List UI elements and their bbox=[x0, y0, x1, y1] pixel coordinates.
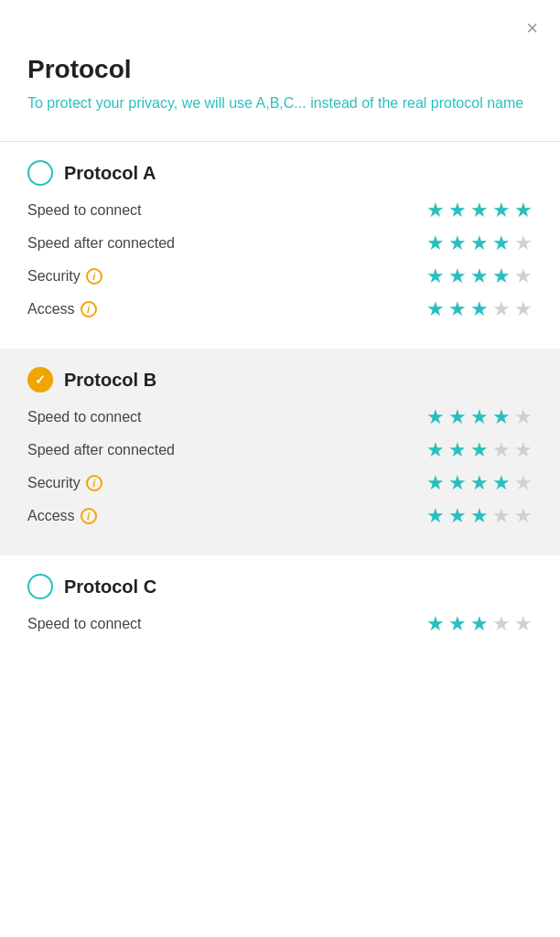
star-filled: ★ bbox=[470, 232, 489, 255]
star-filled: ★ bbox=[426, 232, 445, 255]
star-filled: ★ bbox=[470, 471, 489, 495]
metric-label-text: Speed to connect bbox=[27, 409, 142, 425]
page-title: Protocol bbox=[27, 55, 533, 84]
metric-label-text: Access bbox=[27, 508, 75, 524]
star-filled: ★ bbox=[470, 297, 489, 321]
stars-container: ★★★★★ bbox=[426, 504, 533, 528]
metric-label-text: Speed to connect bbox=[27, 616, 142, 632]
star-filled: ★ bbox=[448, 405, 467, 429]
protocol-name-b: Protocol B bbox=[64, 370, 156, 391]
stars-container: ★★★★★ bbox=[426, 297, 533, 321]
star-filled: ★ bbox=[448, 264, 467, 288]
star-filled: ★ bbox=[448, 612, 467, 636]
metric-label: Securityi bbox=[27, 268, 102, 285]
star-filled: ★ bbox=[514, 199, 533, 222]
star-filled: ★ bbox=[426, 438, 445, 462]
header: Protocol To protect your privacy, we wil… bbox=[0, 0, 560, 132]
star-filled: ★ bbox=[470, 438, 489, 462]
protocol-section-b: Protocol BSpeed to connect★★★★★Speed aft… bbox=[0, 349, 560, 555]
star-filled: ★ bbox=[426, 264, 445, 288]
info-icon[interactable]: i bbox=[81, 301, 97, 318]
metric-label-text: Speed after connected bbox=[27, 442, 175, 458]
metric-label: Securityi bbox=[27, 475, 102, 491]
subtitle-text: To protect your privacy, we will use A,B… bbox=[27, 93, 533, 113]
metric-row: Speed to connect★★★★★ bbox=[27, 405, 533, 429]
star-filled: ★ bbox=[492, 199, 511, 222]
metric-row: Speed after connected★★★★★ bbox=[27, 232, 533, 255]
star-filled: ★ bbox=[492, 264, 511, 288]
star-filled: ★ bbox=[492, 471, 511, 495]
info-icon[interactable]: i bbox=[86, 268, 102, 285]
star-filled: ★ bbox=[470, 264, 489, 288]
metric-row: Speed to connect★★★★★ bbox=[27, 199, 533, 222]
star-empty: ★ bbox=[492, 438, 511, 462]
star-filled: ★ bbox=[470, 405, 489, 429]
protocol-header-c: Protocol C bbox=[27, 574, 533, 599]
close-button[interactable]: × bbox=[526, 18, 538, 38]
metric-label-text: Speed after connected bbox=[27, 235, 175, 252]
metric-row: Securityi★★★★★ bbox=[27, 264, 533, 288]
star-filled: ★ bbox=[492, 405, 511, 429]
star-filled: ★ bbox=[448, 199, 467, 222]
star-empty: ★ bbox=[514, 405, 533, 429]
star-filled: ★ bbox=[470, 612, 489, 636]
protocol-radio-a[interactable] bbox=[27, 160, 53, 186]
stars-container: ★★★★★ bbox=[426, 199, 533, 222]
metric-row: Speed to connect★★★★★ bbox=[27, 612, 533, 636]
protocol-name-a: Protocol A bbox=[64, 163, 156, 184]
star-filled: ★ bbox=[426, 405, 445, 429]
protocol-header-a: Protocol A bbox=[27, 160, 533, 186]
metric-label: Speed after connected bbox=[27, 442, 175, 458]
protocol-section-c: Protocol CSpeed to connect★★★★★ bbox=[0, 555, 560, 663]
info-icon[interactable]: i bbox=[81, 508, 97, 524]
star-empty: ★ bbox=[492, 504, 511, 528]
protocol-radio-b[interactable] bbox=[27, 367, 53, 393]
metric-row: Accessi★★★★★ bbox=[27, 297, 533, 321]
stars-container: ★★★★★ bbox=[426, 264, 533, 288]
metric-label: Speed to connect bbox=[27, 616, 142, 632]
stars-container: ★★★★★ bbox=[426, 438, 533, 462]
star-filled: ★ bbox=[448, 504, 467, 528]
star-filled: ★ bbox=[426, 471, 445, 495]
star-empty: ★ bbox=[514, 612, 533, 636]
stars-container: ★★★★★ bbox=[426, 612, 533, 636]
stars-container: ★★★★★ bbox=[426, 471, 533, 495]
star-filled: ★ bbox=[470, 504, 489, 528]
metric-row: Speed after connected★★★★★ bbox=[27, 438, 533, 462]
star-empty: ★ bbox=[514, 471, 533, 495]
star-filled: ★ bbox=[470, 199, 489, 222]
metric-label: Accessi bbox=[27, 301, 97, 318]
star-empty: ★ bbox=[514, 232, 533, 255]
protocol-header-b: Protocol B bbox=[27, 367, 533, 393]
stars-container: ★★★★★ bbox=[426, 232, 533, 255]
star-filled: ★ bbox=[426, 504, 445, 528]
star-empty: ★ bbox=[514, 438, 533, 462]
metric-label-text: Access bbox=[27, 301, 75, 318]
star-filled: ★ bbox=[448, 297, 467, 321]
stars-container: ★★★★★ bbox=[426, 405, 533, 429]
star-filled: ★ bbox=[426, 612, 445, 636]
star-filled: ★ bbox=[448, 232, 467, 255]
star-empty: ★ bbox=[514, 264, 533, 288]
star-empty: ★ bbox=[492, 612, 511, 636]
metric-label: Speed after connected bbox=[27, 235, 175, 252]
metric-label: Accessi bbox=[27, 508, 97, 524]
star-filled: ★ bbox=[448, 438, 467, 462]
metric-label-text: Speed to connect bbox=[27, 202, 142, 219]
star-filled: ★ bbox=[426, 199, 445, 222]
metric-label: Speed to connect bbox=[27, 409, 142, 425]
metric-label-text: Security bbox=[27, 268, 81, 285]
star-filled: ★ bbox=[448, 471, 467, 495]
metric-row: Securityi★★★★★ bbox=[27, 471, 533, 495]
metric-row: Accessi★★★★★ bbox=[27, 504, 533, 528]
info-icon[interactable]: i bbox=[86, 475, 102, 491]
metric-label-text: Security bbox=[27, 475, 81, 491]
metric-label: Speed to connect bbox=[27, 202, 142, 219]
star-empty: ★ bbox=[514, 504, 533, 528]
star-filled: ★ bbox=[426, 297, 445, 321]
protocol-name-c: Protocol C bbox=[64, 576, 156, 598]
star-empty: ★ bbox=[514, 297, 533, 321]
star-empty: ★ bbox=[492, 297, 511, 321]
star-filled: ★ bbox=[492, 232, 511, 255]
protocol-radio-c[interactable] bbox=[27, 574, 53, 599]
